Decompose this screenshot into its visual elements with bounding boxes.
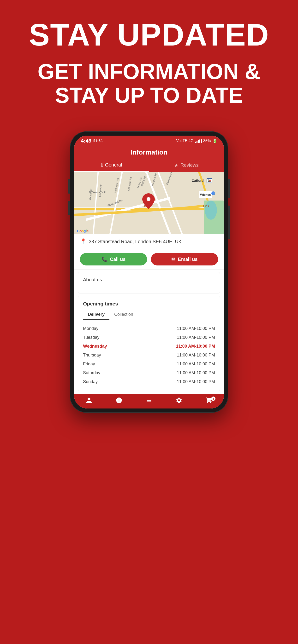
hero-section: STAY UPDATED GET INFORMATION & STAY UP T… [0,0,298,117]
info-icon: ℹ [101,162,103,168]
table-row: Wednesday11:00 AM-10:00 PM [83,342,215,351]
hours-time-label: 11:00 AM-10:00 PM [177,379,215,384]
menu-icon [146,397,152,404]
hours-day-label: Wednesday [83,344,107,349]
map-area: Stanstead Rd Kilmore Rd Elsinore Rd Nort… [74,172,224,234]
svg-text:Google: Google [77,229,89,233]
hours-time-label: 11:00 AM-10:00 PM [177,335,215,340]
signal-bar-2 [197,141,198,143]
hours-day-label: Monday [83,326,98,331]
phone-icon: 📞 [101,256,107,262]
hours-day-label: Friday [83,362,95,366]
info-nav-icon [116,397,122,404]
hours-time-label: 11:00 AM-10:00 PM [177,370,215,376]
tabs-bar: ℹ General ★ Reviews [74,158,224,172]
svg-point-31 [146,197,151,201]
bottom-nav: 1 [74,394,224,408]
svg-text:St German's Rd: St German's Rd [89,191,107,194]
signal-bar-5 [201,139,202,143]
tab-reviews-label: Reviews [181,162,199,168]
hero-subtitle: GET INFORMATION & STAY UP TO DATE [14,60,284,107]
hours-time-label: 11:00 AM-10:00 PM [176,344,215,349]
location-pin-icon: 📍 [80,238,86,244]
hero-title: STAY UPDATED [14,19,284,50]
opening-tab-collection[interactable]: Collection [109,310,138,320]
hours-time-label: 11:00 AM-10:00 PM [177,362,215,366]
nav-cart[interactable]: 1 [194,397,224,404]
opening-times-title: Opening times [83,301,215,307]
status-left: 4:49 5 KB/s [81,138,103,144]
collection-label: Collection [114,312,133,317]
battery-icon: 🔋 [212,139,217,143]
cart-badge: 1 [211,396,215,401]
hours-time-label: 11:00 AM-10:00 PM [177,326,215,331]
svg-text:🚂: 🚂 [207,178,211,182]
address-section: 📍 337 Stanstead Road, London SE6 4UE, UK [74,234,224,249]
opening-times-tabs: Delivery Collection [83,310,215,320]
call-button[interactable]: 📞 Call us [80,253,147,266]
status-speed: 5 KB/s [93,139,103,142]
map-svg: Stanstead Rd Kilmore Rd Elsinore Rd Nort… [74,172,224,234]
nav-information[interactable] [104,397,134,404]
side-button-2 [228,206,230,239]
svg-text:Wickes: Wickes [200,193,211,196]
hours-list: Monday11:00 AM-10:00 PMTuesday11:00 AM-1… [83,324,215,386]
action-buttons: 📞 Call us ✉ Email us [74,249,224,270]
hours-day-label: Saturday [83,370,100,376]
table-row: Tuesday11:00 AM-10:00 PM [83,333,215,342]
call-button-label: Call us [110,256,126,262]
phone-outer: 4:49 5 KB/s VoLTE 4G 35% 🔋 [70,131,228,413]
status-bar: 4:49 5 KB/s VoLTE 4G 35% 🔋 [74,136,224,146]
phone-mockup: 4:49 5 KB/s VoLTE 4G 35% 🔋 [65,131,233,413]
opening-times-section: Opening times Delivery Collection Monday… [78,296,220,391]
table-row: Sunday11:00 AM-10:00 PM [83,377,215,386]
about-us-title: About us [83,277,215,282]
hours-day-label: Tuesday [83,335,99,340]
svg-text:Catford: Catford [192,179,204,182]
opening-tab-delivery[interactable]: Delivery [83,310,109,320]
status-time: 4:49 [81,138,91,144]
network-label: VoLTE 4G [176,139,194,143]
email-button-label: Email us [178,256,198,262]
page-title: Information [74,148,224,158]
nav-profile[interactable] [74,397,104,404]
volume-down-button [68,201,70,215]
signal-bar-4 [199,140,200,143]
nav-menu[interactable] [134,397,164,404]
nav-settings[interactable] [164,397,194,404]
email-icon: ✉ [171,256,175,262]
table-row: Thursday11:00 AM-10:00 PM [83,351,215,360]
signal-bar-3 [198,140,199,143]
settings-icon [176,397,182,404]
table-row: Monday11:00 AM-10:00 PM [83,324,215,333]
person-icon [86,397,92,404]
tab-reviews[interactable]: ★ Reviews [149,158,224,172]
hours-day-label: Sunday [83,379,98,384]
signal-bars [195,139,202,143]
signal-bar-1 [195,142,196,143]
volume-up-button [68,179,70,194]
app-header: Information ℹ General ★ Reviews [74,146,224,172]
power-button [228,179,230,198]
battery-label: 35% [203,139,211,143]
status-right: VoLTE 4G 35% 🔋 [176,139,217,143]
tab-general[interactable]: ℹ General [74,158,149,172]
phone-screen: 4:49 5 KB/s VoLTE 4G 35% 🔋 [74,136,224,408]
address-text: 337 Stanstead Road, London SE6 4UE, UK [89,239,182,244]
table-row: Friday11:00 AM-10:00 PM [83,360,215,368]
svg-text:A212: A212 [203,204,209,208]
tab-general-label: General [105,162,122,168]
hours-time-label: 11:00 AM-10:00 PM [177,353,215,358]
svg-text:🛒: 🛒 [212,192,216,195]
about-us-section: About us [78,272,220,294]
svg-point-10 [205,200,217,220]
star-icon: ★ [174,162,179,168]
table-row: Saturday11:00 AM-10:00 PM [83,368,215,377]
delivery-label: Delivery [88,312,105,317]
hours-day-label: Thursday [83,353,101,358]
email-button[interactable]: ✉ Email us [151,253,218,266]
